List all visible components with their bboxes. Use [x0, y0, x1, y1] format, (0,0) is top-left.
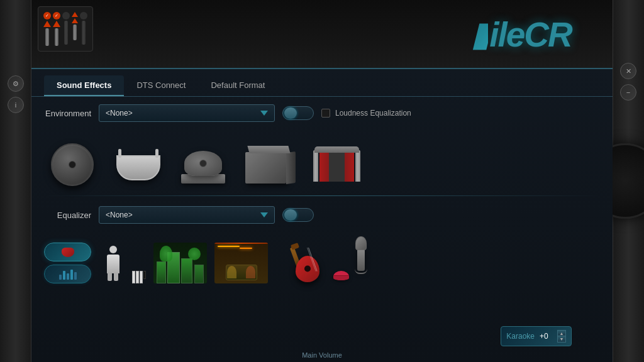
- env-icon-bathtub[interactable]: [110, 141, 167, 188]
- mic-head: [355, 236, 367, 250]
- bathtub-tap-left: [118, 149, 121, 158]
- person-leg-right: [114, 273, 118, 281]
- eq-icon-guitar-red[interactable]: [275, 243, 323, 283]
- stage-light-2: [240, 248, 252, 249]
- equalizer-section: Equalizer <None>: [31, 199, 613, 238]
- connector-1[interactable]: ✓: [43, 12, 51, 46]
- plug-icon-2: [55, 28, 58, 46]
- info-button[interactable]: i: [8, 97, 24, 113]
- stage-glow-1: [227, 266, 236, 278]
- white-key-1: [132, 271, 135, 283]
- person-leg-left: [108, 273, 112, 281]
- tab-default-format[interactable]: Default Format: [198, 75, 277, 96]
- guitar-headstock: [291, 243, 299, 250]
- settings-button[interactable]: ⚙: [8, 75, 24, 92]
- karaoke-down-button[interactable]: ▼: [557, 336, 566, 343]
- eq-icon-city[interactable]: [153, 243, 207, 283]
- room-top: [247, 146, 290, 153]
- minimize-button[interactable]: −: [620, 84, 636, 101]
- arrow-up-icon: [43, 21, 51, 27]
- right-navigation: ✕ −: [620, 63, 636, 101]
- equalizer-dropdown-value: <None>: [106, 211, 133, 219]
- karaoke-label: Karaoke: [506, 332, 535, 341]
- env-icon-theater[interactable]: [308, 141, 365, 188]
- check-icon-2: ✓: [53, 12, 60, 19]
- environment-label: Environment: [44, 109, 91, 118]
- loudness-checkbox[interactable]: [321, 109, 330, 118]
- env-icon-stage[interactable]: [176, 141, 233, 188]
- pill-guitar-icon: [44, 243, 91, 261]
- plug-icon-3: [64, 21, 68, 45]
- equalizer-row: Equalizer <None>: [44, 206, 600, 224]
- hand-left: [160, 246, 172, 261]
- lips-line: [333, 275, 349, 276]
- connector-2[interactable]: ✓: [53, 12, 60, 46]
- mic-handle: [357, 249, 365, 271]
- tab-sound-effects[interactable]: Sound Effects: [44, 75, 124, 96]
- person-body: [107, 255, 119, 273]
- connector-3[interactable]: [62, 12, 70, 46]
- theater-curtain-left: [319, 151, 329, 182]
- connector-4[interactable]: [72, 12, 78, 46]
- bathtub-icon: [113, 149, 164, 180]
- eq-icon-guitar-pills[interactable]: [44, 243, 91, 283]
- plug-icon-5: [82, 21, 86, 45]
- eq-icon-piano[interactable]: [99, 243, 146, 283]
- theater-column-right: [355, 150, 360, 182]
- theater-icon: [310, 144, 364, 185]
- theater-column-left: [313, 150, 318, 182]
- hand-right: [188, 248, 201, 260]
- eq-icon-microphone[interactable]: [330, 243, 371, 283]
- environment-dropdown[interactable]: <None>: [99, 104, 275, 122]
- karaoke-up-button[interactable]: ▲: [557, 330, 566, 336]
- check-icon: ✓: [43, 12, 51, 19]
- theater-arch: [314, 146, 359, 153]
- top-bar: ✓ ✓: [31, 0, 613, 69]
- turntable-platter: [184, 151, 222, 176]
- logo-f-icon: ▮: [471, 16, 488, 53]
- environment-section: Environment <None> Loudness Equalization: [31, 97, 613, 136]
- person-legs: [99, 273, 127, 281]
- disc-icon: [51, 143, 94, 186]
- eq-icon-stage-concert[interactable]: [214, 243, 268, 283]
- eq-bar-3: [67, 273, 69, 280]
- building-4: [194, 265, 204, 283]
- pill-eq-bars: [59, 268, 77, 280]
- equalizer-toggle[interactable]: [282, 208, 314, 222]
- piano-keys: [132, 271, 146, 283]
- person-silhouette: [99, 246, 127, 280]
- env-icon-disc[interactable]: [44, 141, 101, 188]
- turntable-icon: [181, 146, 228, 184]
- env-icon-box[interactable]: [242, 141, 299, 188]
- person-head: [109, 246, 117, 253]
- eq-bar-5: [74, 272, 77, 280]
- arrow-up-icon-4: [72, 12, 78, 17]
- stage-glow-2: [246, 266, 255, 278]
- mic-stand: [355, 269, 367, 274]
- eq-dropdown-arrow-icon: [260, 212, 268, 217]
- connector-5[interactable]: [80, 12, 87, 46]
- equalizer-dropdown[interactable]: <None>: [99, 206, 275, 224]
- arrow-up-icon-4b: [72, 18, 78, 23]
- close-button[interactable]: ✕: [620, 63, 636, 79]
- black-key-1: [143, 271, 146, 279]
- building-1: [157, 261, 166, 283]
- environment-toggle[interactable]: [282, 106, 314, 120]
- karaoke-value: +0: [540, 332, 552, 341]
- bathtub-body: [116, 155, 160, 180]
- connector-dot-5: [80, 12, 87, 19]
- turntable-center: [199, 160, 207, 167]
- karaoke-control: Karaoke +0 ▲ ▼: [501, 326, 572, 346]
- loudness-row: Loudness Equalization: [321, 109, 411, 118]
- environment-row: Environment <None> Loudness Equalization: [44, 104, 600, 122]
- right-panel: ✕ −: [613, 0, 644, 362]
- white-key-2: [136, 271, 139, 283]
- eq-toggle-knob: [284, 209, 297, 221]
- room-side: [286, 151, 296, 184]
- loudness-label: Loudness Equalization: [335, 109, 411, 118]
- tab-dts-connect[interactable]: DTS Connect: [124, 75, 198, 96]
- stage-top-bar: [214, 243, 268, 244]
- guitar-soundhole: [304, 266, 311, 272]
- karaoke-stepper[interactable]: ▲ ▼: [557, 330, 566, 343]
- main-volume-label: Main Volume: [302, 351, 342, 359]
